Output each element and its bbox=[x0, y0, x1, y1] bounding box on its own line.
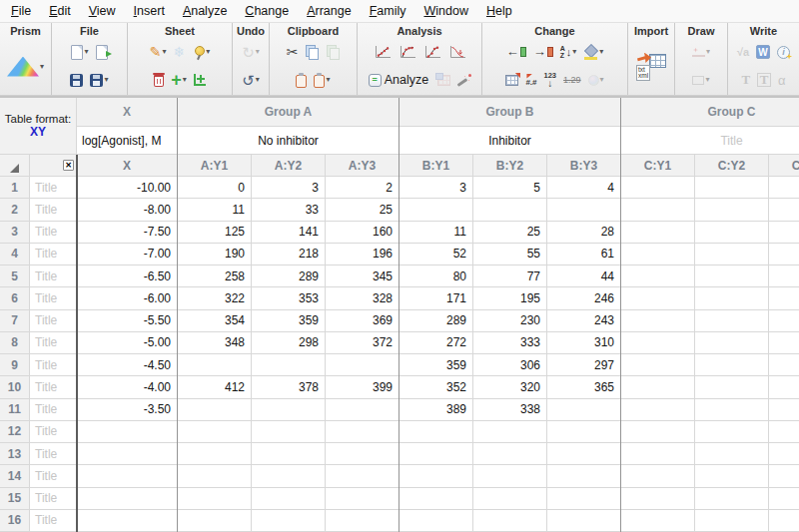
table-format-button[interactable] bbox=[503, 74, 520, 87]
duplicate-button[interactable] bbox=[324, 44, 342, 61]
data-cell[interactable]: 306 bbox=[473, 354, 547, 376]
format-fill-button[interactable]: ▾ bbox=[581, 44, 605, 61]
data-cell[interactable]: 80 bbox=[400, 266, 473, 287]
row-number[interactable]: 13 bbox=[0, 443, 30, 465]
edit-sheet-button[interactable]: ✎ ▾ bbox=[148, 44, 169, 60]
x-value-cell[interactable]: -5.50 bbox=[77, 310, 178, 332]
row-title-cell[interactable]: Title bbox=[30, 199, 77, 221]
x-value-cell[interactable]: -8.00 bbox=[77, 199, 178, 221]
data-cell[interactable]: 3 bbox=[252, 177, 326, 199]
data-cell[interactable] bbox=[547, 510, 621, 532]
new-graph-button[interactable] bbox=[192, 73, 208, 87]
row-title-cell[interactable]: Title bbox=[30, 354, 77, 376]
data-cell[interactable] bbox=[326, 465, 400, 487]
data-cell[interactable] bbox=[473, 199, 547, 221]
data-cell[interactable] bbox=[252, 399, 326, 421]
data-cell[interactable]: 61 bbox=[547, 244, 621, 266]
data-cell[interactable] bbox=[769, 244, 799, 266]
row-title-cell[interactable]: Title bbox=[30, 177, 77, 199]
x-value-cell[interactable] bbox=[77, 465, 178, 487]
data-cell[interactable] bbox=[252, 488, 326, 510]
data-cell[interactable] bbox=[178, 399, 252, 421]
data-cell[interactable] bbox=[621, 399, 695, 421]
data-cell[interactable] bbox=[695, 510, 769, 532]
group-a-subtitle-cell[interactable]: No inhibitor bbox=[178, 127, 400, 155]
data-cell[interactable]: 352 bbox=[400, 376, 473, 398]
decimal-format-button[interactable]: #.# bbox=[523, 73, 538, 88]
data-cell[interactable]: 353 bbox=[252, 287, 326, 309]
data-cell[interactable] bbox=[178, 488, 252, 510]
data-cell[interactable] bbox=[621, 488, 695, 510]
data-cell[interactable]: 289 bbox=[252, 266, 326, 287]
column-header-x[interactable]: X bbox=[77, 155, 178, 177]
data-cell[interactable]: 52 bbox=[400, 244, 473, 266]
data-cell[interactable] bbox=[769, 332, 799, 354]
data-cell[interactable] bbox=[326, 399, 400, 421]
data-cell[interactable]: 243 bbox=[547, 310, 621, 332]
data-cell[interactable] bbox=[547, 399, 621, 421]
data-cell[interactable] bbox=[621, 354, 695, 376]
data-cell[interactable] bbox=[769, 510, 799, 532]
group-c-header[interactable]: Group C bbox=[621, 98, 799, 127]
data-cell[interactable] bbox=[547, 443, 621, 465]
data-cell[interactable]: 272 bbox=[400, 332, 473, 354]
data-cell[interactable] bbox=[400, 510, 473, 532]
data-cell[interactable] bbox=[695, 266, 769, 287]
copy-button[interactable] bbox=[303, 44, 321, 61]
row-title-cell[interactable]: Title bbox=[30, 266, 77, 287]
data-cell[interactable] bbox=[621, 222, 695, 244]
data-cell[interactable] bbox=[326, 354, 400, 376]
x-value-cell[interactable]: -5.00 bbox=[77, 332, 178, 354]
column-header-ay2[interactable]: A:Y2 bbox=[252, 155, 326, 177]
data-cell[interactable] bbox=[621, 443, 695, 465]
x-value-cell[interactable]: -6.50 bbox=[77, 266, 178, 287]
word-export-button[interactable]: W bbox=[754, 44, 772, 60]
row-number[interactable]: 4 bbox=[0, 244, 30, 266]
move-right-button[interactable]: → bbox=[531, 45, 555, 59]
data-cell[interactable]: 218 bbox=[252, 244, 326, 266]
data-cell[interactable] bbox=[695, 199, 769, 221]
data-cell[interactable] bbox=[547, 488, 621, 510]
x-value-cell[interactable]: -4.50 bbox=[77, 354, 178, 376]
data-cell[interactable] bbox=[695, 399, 769, 421]
data-cell[interactable] bbox=[252, 465, 326, 487]
data-cell[interactable]: 369 bbox=[326, 310, 400, 332]
data-cell[interactable] bbox=[252, 354, 326, 376]
data-cell[interactable]: 365 bbox=[547, 376, 621, 398]
data-cell[interactable] bbox=[252, 510, 326, 532]
data-cell[interactable]: 141 bbox=[252, 222, 326, 244]
row-title-cell[interactable]: Title bbox=[30, 244, 77, 266]
new-file-button[interactable]: ▾ bbox=[69, 44, 90, 61]
data-cell[interactable]: 28 bbox=[547, 222, 621, 244]
wizard-button[interactable] bbox=[455, 72, 474, 89]
save-as-button[interactable]: ▾ bbox=[88, 73, 110, 88]
data-cell[interactable]: 378 bbox=[252, 376, 326, 398]
row-number[interactable]: 3 bbox=[0, 222, 30, 244]
data-cell[interactable] bbox=[695, 465, 769, 487]
row-title-cell[interactable]: Title bbox=[30, 332, 77, 354]
menu-analyze[interactable]: Analyze bbox=[174, 1, 236, 21]
interpolate-button[interactable]: ▾ bbox=[586, 74, 606, 87]
menu-help[interactable]: Help bbox=[477, 1, 521, 21]
data-cell[interactable] bbox=[695, 354, 769, 376]
data-cell[interactable] bbox=[621, 287, 695, 309]
row-number[interactable]: 9 bbox=[0, 354, 30, 376]
row-number[interactable]: 2 bbox=[0, 199, 30, 221]
data-cell[interactable] bbox=[473, 421, 547, 443]
data-cell[interactable]: 33 bbox=[252, 199, 326, 221]
paste-special-button[interactable]: ▾ bbox=[312, 72, 332, 89]
x-value-cell[interactable] bbox=[77, 421, 178, 443]
data-cell[interactable] bbox=[621, 332, 695, 354]
row-title-cell[interactable]: Title bbox=[30, 376, 77, 398]
x-value-cell[interactable] bbox=[77, 488, 178, 510]
row-number[interactable]: 10 bbox=[0, 376, 30, 398]
menu-insert[interactable]: Insert bbox=[125, 1, 174, 21]
data-cell[interactable] bbox=[547, 421, 621, 443]
row-title-cell[interactable]: Title bbox=[30, 310, 77, 332]
column-header-cy1[interactable]: C:Y1 bbox=[621, 155, 695, 177]
row-title-cell[interactable]: Title bbox=[30, 287, 77, 309]
row-number[interactable]: 15 bbox=[0, 488, 30, 510]
data-cell[interactable] bbox=[547, 465, 621, 487]
move-left-button[interactable]: ← bbox=[504, 45, 528, 59]
data-cell[interactable]: 359 bbox=[252, 310, 326, 332]
